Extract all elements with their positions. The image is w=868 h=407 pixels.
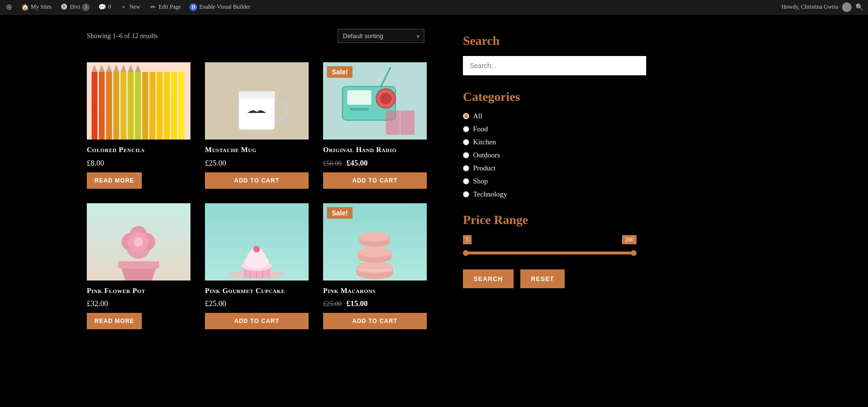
original-price: £56.00 — [323, 160, 342, 167]
product-image-wrap — [87, 203, 190, 281]
price-range-labels: 5 200 — [463, 235, 637, 244]
sort-wrapper[interactable]: Default sorting Sort by popularity Sort … — [338, 29, 424, 43]
product-card: Sale! — [323, 203, 427, 330]
read-more-button[interactable]: READ MORE — [87, 313, 142, 329]
product-image-wrap — [87, 62, 190, 140]
product-title: Pink Flower Pot — [87, 286, 190, 296]
product-image-mug — [205, 62, 309, 140]
svg-rect-5 — [113, 72, 119, 140]
read-more-button[interactable]: READ MORE — [87, 172, 142, 189]
svg-point-29 — [380, 93, 392, 104]
wp-logo[interactable]: ⊕ — [5, 3, 13, 11]
price: £25.00 — [205, 159, 226, 167]
svg-rect-8 — [135, 72, 141, 140]
category-technology[interactable]: Technology — [463, 190, 637, 198]
svg-rect-13 — [171, 72, 177, 140]
price-row: £56.00 £45.00 — [323, 159, 427, 168]
category-radio-shop[interactable] — [463, 178, 469, 184]
product-title: Original Hand Radio — [323, 145, 427, 155]
new-menu[interactable]: + New — [120, 3, 140, 11]
search-button[interactable]: SEARCH — [463, 269, 514, 288]
category-kitchen[interactable]: Kitchen — [463, 138, 637, 146]
add-to-cart-button[interactable]: ADD TO CART — [205, 313, 309, 329]
search-input[interactable] — [463, 56, 646, 75]
pencil-icon: ✏ — [149, 3, 157, 11]
svg-rect-4 — [106, 72, 112, 140]
category-shop[interactable]: Shop — [463, 177, 637, 185]
svg-rect-11 — [157, 72, 163, 140]
product-image-flowerpot — [87, 203, 190, 281]
sale-price: £45.00 — [347, 159, 368, 167]
top-row: Showing 1–6 of 12 results Default sortin… — [87, 29, 424, 53]
svg-rect-24 — [239, 91, 275, 98]
svg-point-42 — [134, 237, 143, 247]
category-radio-food[interactable] — [463, 126, 469, 132]
svg-rect-27 — [347, 90, 371, 105]
product-image-wrap — [205, 62, 309, 140]
product-title: Colored Pencils — [87, 145, 190, 155]
range-slider[interactable] — [463, 248, 637, 258]
comments-icon: 💬 — [98, 3, 106, 11]
svg-rect-2 — [92, 72, 97, 140]
range-thumb-right[interactable] — [631, 250, 637, 256]
add-to-cart-button[interactable]: ADD TO CART — [323, 172, 427, 189]
price-row: £32.00 — [87, 299, 190, 308]
sale-price: £15.00 — [347, 299, 368, 308]
comments-menu[interactable]: 💬 0 — [98, 3, 111, 11]
price-min-label: 5 — [463, 235, 472, 244]
svg-point-63 — [358, 247, 392, 257]
category-food[interactable]: Food — [463, 125, 637, 133]
range-thumb-left[interactable] — [463, 250, 469, 256]
category-list: All Food Kitchen Outdoors Product Shop — [463, 112, 637, 198]
sale-badge: Sale! — [327, 207, 353, 219]
category-label: Product — [473, 164, 496, 172]
svg-rect-60 — [357, 269, 392, 272]
product-title: Pink Gourmet Cupcake — [205, 286, 309, 296]
category-radio-outdoors[interactable] — [463, 152, 469, 158]
product-card: Pink Flower Pot £32.00 READ MORE — [87, 203, 190, 330]
edit-page[interactable]: ✏ Edit Page — [149, 3, 181, 11]
showing-text: Showing 1–6 of 12 results — [87, 32, 158, 40]
category-radio-product[interactable] — [463, 165, 469, 171]
original-price: £25.00 — [323, 300, 342, 308]
svg-rect-14 — [178, 72, 184, 140]
divi-menu[interactable]: 🅓 Divi 3 — [60, 3, 90, 11]
visual-builder[interactable]: D Enable Visual Builder — [190, 3, 250, 11]
divi-icon: 🅓 — [60, 3, 68, 11]
divi-count: 3 — [82, 3, 90, 11]
svg-rect-30 — [350, 108, 369, 111]
add-to-cart-button[interactable]: ADD TO CART — [205, 172, 309, 189]
svg-rect-3 — [99, 72, 105, 140]
category-all[interactable]: All — [463, 112, 637, 120]
product-card: Sale! — [323, 62, 427, 189]
product-image-pencils — [87, 62, 190, 140]
category-radio-kitchen[interactable] — [463, 139, 469, 145]
price-row: £25.00 £15.00 — [323, 299, 427, 308]
product-grid: Colored Pencils £8.00 READ MORE — [87, 62, 434, 329]
range-track — [463, 252, 637, 254]
price-row: £8.00 — [87, 159, 190, 168]
sale-badge: Sale! — [327, 66, 353, 78]
product-image-cupcake — [205, 203, 309, 281]
product-title: Pink Macarons — [323, 286, 427, 296]
product-title: Mustache Mug — [205, 145, 309, 155]
product-card: Mustache Mug £25.00 ADD TO CART — [205, 62, 309, 189]
search-top-icon[interactable]: 🔍 — [855, 3, 863, 11]
category-outdoors[interactable]: Outdoors — [463, 151, 637, 159]
svg-rect-36 — [118, 261, 159, 268]
price: £25.00 — [205, 299, 226, 308]
my-sites[interactable]: 🏠 My Sites — [21, 3, 52, 11]
category-radio-all[interactable] — [463, 113, 469, 119]
category-product[interactable]: Product — [463, 164, 637, 172]
price-max-label: 200 — [622, 235, 637, 244]
category-label: Technology — [473, 190, 507, 198]
svg-rect-9 — [142, 72, 148, 140]
add-to-cart-button[interactable]: ADD TO CART — [323, 313, 427, 329]
plus-icon: + — [120, 3, 127, 11]
topbar: ⊕ 🏠 My Sites 🅓 Divi 3 💬 0 + New ✏ Edit P… — [0, 0, 868, 14]
price-row: £25.00 — [205, 159, 309, 168]
sort-select[interactable]: Default sorting Sort by popularity Sort … — [338, 29, 424, 43]
category-radio-technology[interactable] — [463, 191, 469, 197]
reset-button[interactable]: RESET — [520, 269, 565, 288]
svg-rect-7 — [128, 72, 134, 140]
